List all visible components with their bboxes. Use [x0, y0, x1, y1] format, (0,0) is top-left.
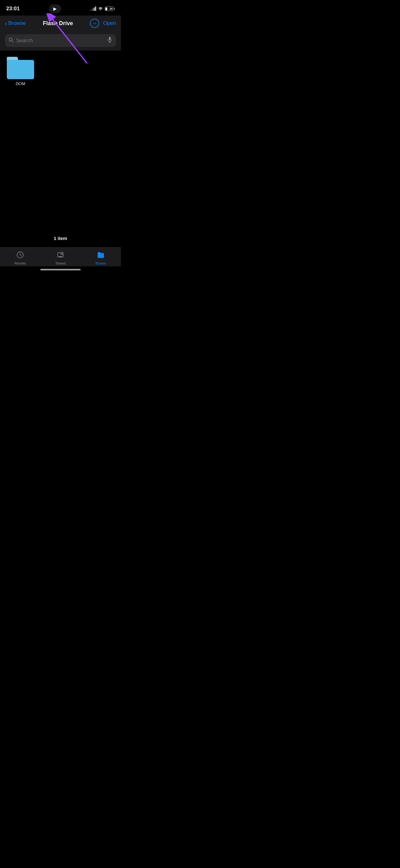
file-area: DCIM [0, 51, 121, 231]
file-area-wrapper: DCIM 1 item [0, 51, 121, 247]
item-count-area: 1 item [0, 231, 121, 247]
camera-icon: ▶ [53, 6, 57, 11]
search-icon [9, 37, 14, 44]
svg-point-12 [62, 253, 63, 254]
folder-label: DCIM [16, 82, 26, 86]
tab-recents[interactable]: Recents [0, 251, 40, 265]
svg-line-1 [12, 41, 14, 42]
wifi-icon [98, 6, 103, 11]
nav-actions: ··· Open [90, 19, 116, 28]
item-count: 1 item [54, 236, 67, 241]
home-indicator [0, 266, 121, 272]
svg-rect-15 [98, 252, 100, 254]
more-icon: ··· [93, 21, 96, 26]
svg-text:▬: ▬ [59, 254, 62, 258]
tab-recents-label: Recents [14, 262, 26, 265]
browse-icon [97, 251, 105, 261]
folder-item-dcim[interactable]: DCIM [5, 57, 36, 86]
status-time: 23:01 [6, 6, 20, 12]
home-bar [40, 269, 80, 270]
svg-rect-14 [98, 253, 104, 258]
status-bar: 23:01 ▶ 26 [0, 0, 121, 16]
tab-shared[interactable]: ▬ Shared [40, 251, 80, 265]
search-input[interactable] [16, 37, 105, 44]
folder-icon [7, 57, 34, 79]
battery-icon: 26 [105, 6, 115, 11]
search-bar[interactable] [5, 34, 116, 47]
tab-bar: Recents ▬ Shared Browse [0, 247, 121, 266]
facetime-indicator: ▶ [49, 4, 61, 13]
page-title: Flash Drive [26, 20, 90, 27]
main-content: ‹ Browse Flash Drive ··· Open [0, 16, 121, 247]
tab-browse[interactable]: Browse [80, 251, 121, 265]
chevron-left-icon: ‹ [5, 20, 7, 26]
battery-percent: 26 [109, 7, 112, 10]
microphone-icon[interactable] [107, 37, 112, 44]
status-center: ▶ [49, 4, 61, 13]
back-button[interactable]: ‹ Browse [5, 20, 26, 26]
open-button[interactable]: Open [103, 20, 116, 26]
svg-rect-2 [109, 37, 111, 40]
signal-icon [91, 6, 96, 11]
back-label: Browse [8, 20, 26, 26]
more-button[interactable]: ··· [90, 19, 99, 28]
tab-browse-label: Browse [96, 262, 106, 265]
svg-line-9 [20, 255, 22, 256]
nav-header: ‹ Browse Flash Drive ··· Open [0, 16, 121, 32]
folder-body [7, 60, 34, 79]
search-container [0, 32, 121, 51]
status-icons: 26 [91, 6, 115, 11]
tab-shared-label: Shared [56, 262, 65, 265]
recents-icon [16, 251, 24, 261]
shared-icon: ▬ [57, 251, 65, 261]
